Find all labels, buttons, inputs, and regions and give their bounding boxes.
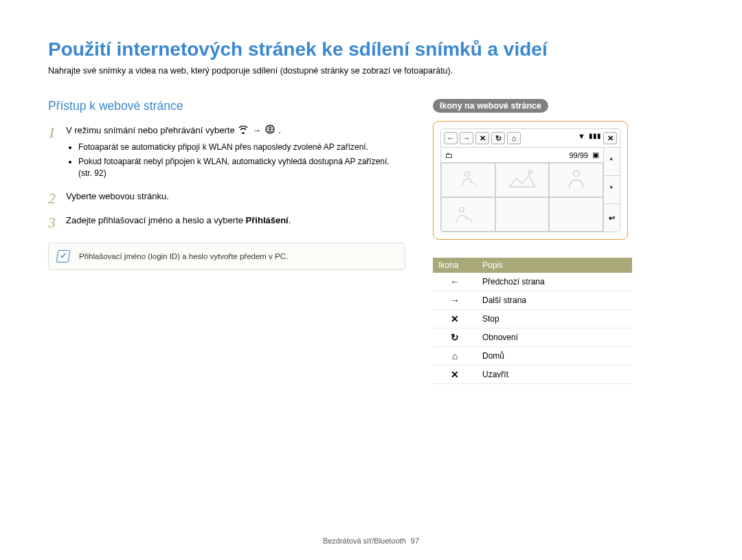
page-title: Použití internetových stránek ke sdílení… (48, 38, 694, 60)
table-row: ↻Obnovení (433, 328, 632, 347)
footer-text: Bezdrátová síť/Bluetooth (323, 537, 406, 545)
step-3-pre: Zadejte přihlašovací jméno a heslo a vyb… (66, 215, 246, 225)
thumbnail[interactable] (495, 163, 550, 197)
thumbnail[interactable] (441, 197, 495, 232)
stop-button[interactable]: ✕ (475, 132, 489, 144)
row-desc: Uzavřít (477, 366, 632, 384)
folder-icon: 🗀 (445, 151, 453, 159)
wifi-icon (238, 125, 248, 137)
card-icon: ▣ (592, 150, 599, 159)
step-2-text: Vyberte webovou stránku. (66, 190, 405, 206)
reload-button[interactable]: ↻ (491, 132, 505, 144)
step-1-post: . (278, 125, 281, 135)
row-glyph: ↻ (433, 328, 477, 347)
counter-text: 99/99 (569, 151, 588, 159)
step-number: 3 (48, 214, 66, 230)
note-text: Přihlašovací jméno (login ID) a heslo vy… (79, 252, 288, 260)
row-glyph: → (433, 291, 477, 310)
note-icon: ✓ (56, 250, 71, 262)
thumbnail[interactable] (495, 197, 550, 232)
table-row: ✕Stop (433, 310, 632, 328)
scroll-up-button[interactable]: ˄ (604, 148, 620, 176)
row-desc: Domů (477, 347, 632, 366)
table-row: →Další strana (433, 291, 632, 310)
row-glyph: ✕ (433, 310, 477, 328)
step-1-bullet-1: Pokud fotoaparát nebyl připojen k WLAN, … (78, 156, 405, 179)
back-button[interactable]: ← (444, 132, 458, 144)
step-1-text: V režimu snímání nebo přehrávání vyberte… (66, 124, 405, 137)
row-desc: Stop (477, 310, 632, 328)
left-column: Přístup k webové stránce 1 V režimu sním… (48, 99, 405, 384)
th-icon: Ikona (433, 258, 477, 273)
step-2: 2 Vyberte webovou stránku. (48, 190, 405, 206)
browser-toolbar: ← → ✕ ↻ ⌂ ▼ ▮▮▮ ✕ (441, 129, 620, 148)
step-3-text: Zadejte přihlašovací jméno a heslo a vyb… (66, 214, 405, 230)
step-1-bullet-0: Fotoaparát se automaticky připojí k WLAN… (78, 142, 405, 153)
table-row: ←Předchozí strana (433, 273, 632, 291)
filter-icon: ▼ (578, 132, 585, 144)
step-3-bold: Přihlášení (246, 215, 289, 225)
row-desc: Další strana (477, 291, 632, 310)
thumbnail[interactable] (441, 163, 495, 197)
note-box: ✓ Přihlašovací jméno (login ID) a heslo … (48, 243, 405, 270)
page-subtitle: Nahrajte své snímky a videa na web, kter… (48, 66, 694, 76)
page-number: 97 (411, 537, 419, 545)
icon-table: Ikona Popis ←Předchozí strana →Další str… (433, 258, 632, 384)
close-button[interactable]: ✕ (603, 132, 617, 144)
globe-icon (265, 124, 275, 137)
row-desc: Předchozí strana (477, 273, 632, 291)
right-column: Ikony na webové stránce ← → ✕ ↻ ⌂ ▼ ▮▮▮ … (433, 99, 694, 384)
thumbnail[interactable] (549, 163, 603, 197)
th-desc: Popis (477, 258, 632, 273)
step-number: 2 (48, 190, 66, 206)
scroll-down-button[interactable]: ˅ (604, 176, 620, 204)
step-1-pre: V režimu snímání nebo přehrávání vyberte (66, 125, 237, 135)
row-desc: Obnovení (477, 328, 632, 347)
step-number: 1 (48, 124, 66, 182)
device-frame: ← → ✕ ↻ ⌂ ▼ ▮▮▮ ✕ 🗀 (433, 121, 628, 240)
home-button[interactable]: ⌂ (507, 132, 521, 144)
step-3: 3 Zadejte přihlašovací jméno a heslo a v… (48, 214, 405, 230)
row-glyph: ✕ (433, 366, 477, 384)
step-3-post: . (289, 215, 291, 225)
step-1: 1 V režimu snímání nebo přehrávání vyber… (48, 124, 405, 182)
section-heading: Přístup k webové stránce (48, 99, 405, 113)
table-row: ✕Uzavřít (433, 366, 632, 384)
row-glyph: ⌂ (433, 347, 477, 366)
arrow-text: → (252, 125, 261, 135)
battery-icon: ▮▮▮ (589, 132, 601, 144)
forward-button[interactable]: → (460, 132, 473, 144)
footer: Bezdrátová síť/Bluetooth 97 (0, 537, 742, 545)
table-row: ⌂Domů (433, 347, 632, 366)
right-heading: Ikony na webové stránce (433, 99, 548, 113)
thumbnail[interactable] (549, 197, 603, 232)
return-button[interactable]: ↩ (604, 204, 620, 232)
row-glyph: ← (433, 273, 477, 291)
